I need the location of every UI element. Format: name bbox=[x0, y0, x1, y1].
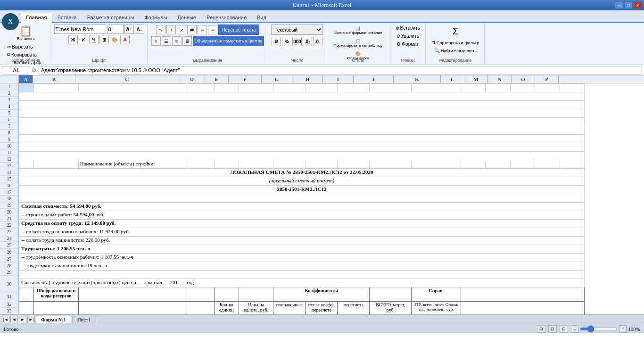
decimal-up-button[interactable]: .0↑ bbox=[303, 37, 312, 46]
row-3[interactable]: 3 bbox=[0, 97, 18, 103]
col-header-F[interactable]: F bbox=[229, 75, 262, 83]
cell-code[interactable]: 2850-2501-КМ2.ЛС12 bbox=[19, 186, 585, 194]
row-19[interactable]: 19 bbox=[0, 202, 18, 209]
align-left-button[interactable]: ≡ bbox=[151, 36, 161, 46]
row-25[interactable]: 25 bbox=[0, 242, 18, 249]
cell-main-workers-pay[interactable]: -- оплата труда основных рабочих: 11 929… bbox=[19, 228, 585, 237]
page-layout-view-button[interactable]: ⊡ bbox=[548, 325, 557, 333]
row-10[interactable]: 10 bbox=[0, 143, 18, 149]
align-top-right-button[interactable]: ↗ bbox=[177, 25, 186, 34]
row-22[interactable]: 22 bbox=[0, 222, 18, 229]
col-header-H[interactable]: H bbox=[292, 75, 323, 83]
row-11[interactable]: 11 bbox=[0, 149, 18, 156]
col-header-C[interactable]: C bbox=[75, 75, 179, 83]
header-sprav[interactable]: Справ. bbox=[412, 288, 461, 302]
header-recalc-point[interactable]: пункт коэфф. пересчета bbox=[305, 302, 338, 315]
underline-button[interactable]: Ч bbox=[89, 35, 99, 44]
percent-button[interactable]: % bbox=[282, 37, 291, 46]
cell-O1[interactable] bbox=[535, 84, 560, 92]
zoom-slider[interactable] bbox=[580, 328, 618, 330]
cell-subtitle[interactable]: (локальный сметный расчет) bbox=[19, 177, 585, 186]
merge-center-button[interactable]: Объединить и поместить в центре bbox=[193, 36, 264, 46]
tab-page-layout[interactable]: Разметка страницы bbox=[82, 13, 140, 22]
row-2[interactable]: 2 bbox=[0, 90, 18, 97]
cell-main-workers-hours[interactable]: -- трудоёмкость основных рабочих: 1 187,… bbox=[19, 254, 585, 262]
row-6[interactable]: 6 bbox=[0, 116, 18, 123]
col-header-N[interactable]: N bbox=[488, 75, 512, 83]
cell-K1[interactable] bbox=[412, 84, 461, 92]
insert-cells-button[interactable]: ⊕ Вставить bbox=[393, 25, 422, 32]
indent-increase-button[interactable]: → bbox=[208, 25, 217, 34]
sheet-tab-list1[interactable]: Лист1 bbox=[72, 316, 96, 323]
col-header-K[interactable]: K bbox=[394, 75, 441, 83]
col-header-J[interactable]: J bbox=[354, 75, 394, 83]
col-header-O[interactable]: O bbox=[512, 75, 535, 83]
cell-M1[interactable] bbox=[486, 84, 510, 92]
bold-button[interactable]: Ж bbox=[68, 35, 78, 44]
col-header-P[interactable]: P bbox=[535, 75, 559, 83]
row-20[interactable]: 20 bbox=[0, 209, 18, 215]
row-17[interactable]: 17 bbox=[0, 189, 18, 196]
col-header-I[interactable]: I bbox=[323, 75, 354, 83]
row-30[interactable]: 30 bbox=[0, 276, 18, 293]
row-29[interactable]: 29 bbox=[0, 269, 18, 276]
paste-button[interactable]: 📋 Вставить bbox=[14, 25, 38, 42]
find-select-button[interactable]: 🔍 Найти и выделить bbox=[432, 47, 479, 54]
col-header-D[interactable]: D bbox=[179, 75, 205, 83]
header-total[interactable]: ВСЕГО затрат, руб. bbox=[370, 302, 412, 315]
font-color-button[interactable]: А bbox=[120, 35, 130, 44]
cell-price-level[interactable]: Составлен(а) в уровне текущих(прогнозных… bbox=[19, 279, 585, 288]
sheet-tab-forma1[interactable]: Форма №1 bbox=[36, 316, 71, 323]
cell-L1[interactable] bbox=[461, 84, 486, 92]
number-format-select[interactable]: Текстовый bbox=[271, 25, 323, 35]
cell-machine-hours[interactable]: -- трудоёмкость машинистов: 19 чел.-ч bbox=[19, 262, 585, 271]
cell-construction-work[interactable]: -- строительных работ: 54 594,00 руб. bbox=[19, 211, 585, 220]
copy-button[interactable]: ⧉ Копировать bbox=[5, 51, 47, 58]
row-31[interactable]: 31 bbox=[0, 293, 18, 301]
cell-P1[interactable] bbox=[560, 84, 584, 92]
tab-data[interactable]: Данные bbox=[172, 13, 201, 22]
align-center-button[interactable]: ☰ bbox=[162, 36, 171, 46]
row-9[interactable]: 9 bbox=[0, 136, 18, 143]
row-21[interactable]: 21 bbox=[0, 215, 18, 222]
cell-J1[interactable] bbox=[370, 84, 412, 92]
cell-F1[interactable] bbox=[239, 84, 273, 92]
close-button[interactable]: ✕ bbox=[634, 1, 642, 9]
tab-home[interactable]: Главная bbox=[21, 13, 52, 23]
zoom-in-button[interactable]: + bbox=[619, 325, 627, 333]
sort-filter-button[interactable]: ⇅ Сортировка и фильтр bbox=[429, 39, 481, 46]
sum-button[interactable]: Σ bbox=[449, 25, 462, 38]
row-26[interactable]: 26 bbox=[0, 249, 18, 256]
tab-review[interactable]: Рецензирование bbox=[201, 13, 252, 22]
cell-title-main[interactable]: ЛОКАЛЬНАЯ СМЕТА № 2850-2501-КМ2.ЛС12 от … bbox=[19, 169, 585, 177]
row-24[interactable]: 24 bbox=[0, 235, 18, 242]
currency-button[interactable]: ₽ bbox=[272, 37, 281, 46]
row-5[interactable]: 5 bbox=[0, 110, 18, 116]
col-header-A[interactable]: A bbox=[19, 75, 33, 83]
conditional-format-button[interactable]: 📊 Условное форматирование bbox=[331, 25, 386, 36]
header-shifer[interactable]: Шифр расценки и коды ресурсов bbox=[34, 288, 78, 302]
restore-button[interactable]: □ bbox=[624, 1, 633, 9]
cell-B1[interactable] bbox=[34, 84, 78, 92]
header-qty[interactable]: Кол-во единиц bbox=[214, 302, 239, 315]
increase-font-button[interactable]: A↑ bbox=[124, 25, 134, 34]
col-header-M[interactable]: M bbox=[464, 75, 488, 83]
cell-A1[interactable] bbox=[19, 84, 34, 92]
row-18[interactable]: 18 bbox=[0, 196, 18, 202]
row-1[interactable]: 1 bbox=[0, 83, 18, 90]
col-header-B[interactable]: B bbox=[33, 75, 75, 83]
row-33[interactable]: 33 bbox=[0, 308, 18, 314]
align-top-center-button[interactable]: ↑ bbox=[166, 25, 176, 34]
header-recalc[interactable]: пересчета bbox=[338, 302, 370, 315]
delete-cells-button[interactable]: ⊖ Удалить bbox=[394, 33, 421, 40]
normal-view-button[interactable]: ⊞ bbox=[537, 325, 545, 333]
fill-color-button[interactable]: 🎨 bbox=[110, 35, 119, 44]
minimize-button[interactable]: ─ bbox=[615, 1, 623, 9]
header-coefficients[interactable]: Коэффициенты bbox=[273, 288, 370, 302]
col-header-L[interactable]: L bbox=[441, 75, 464, 83]
cell-E1[interactable] bbox=[214, 84, 239, 92]
font-name-input[interactable] bbox=[54, 25, 106, 34]
decrease-font-button[interactable]: A↓ bbox=[135, 25, 144, 34]
align-right-button[interactable]: ≡ bbox=[172, 36, 182, 46]
tab-formulas[interactable]: Формулы bbox=[139, 13, 172, 22]
